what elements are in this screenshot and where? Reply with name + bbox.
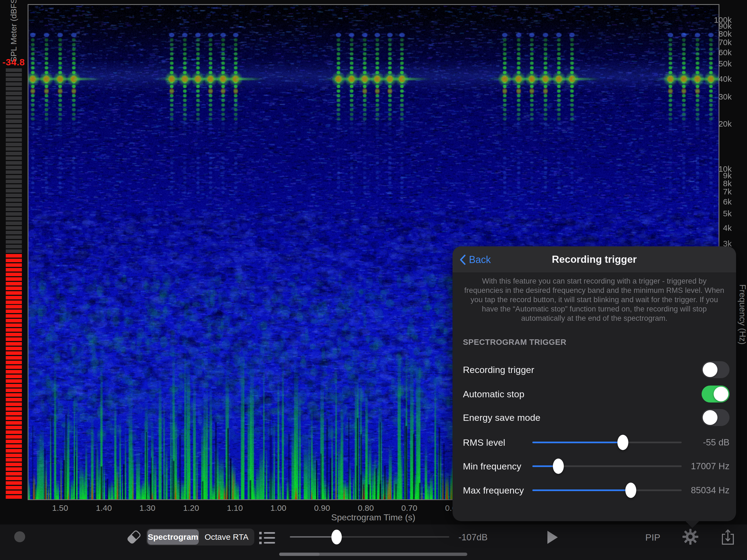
spl-meter-segment <box>6 309 22 313</box>
spl-meter-segment <box>6 388 22 392</box>
time-axis-title: Spectrogram Time (s) <box>291 512 455 523</box>
popover-header: Back Recording trigger <box>453 246 736 273</box>
tab-spectrogram[interactable]: Spectrogram <box>147 529 199 545</box>
spl-meter-segment <box>6 115 22 119</box>
spl-meter-segment <box>6 444 22 448</box>
frequency-tick-label: 9k <box>699 172 732 180</box>
max-frequency-row: Max frequency 85034 Hz <box>453 482 736 499</box>
slider-fill <box>532 489 631 491</box>
share-icon[interactable] <box>720 529 736 545</box>
recording-trigger-row: Recording trigger <box>453 361 736 378</box>
spl-meter-segment <box>6 273 22 276</box>
home-indicator-highlight <box>279 553 319 556</box>
max-frequency-slider[interactable] <box>532 489 681 491</box>
slider-knob[interactable] <box>553 459 564 474</box>
spl-meter-value: -34.8 <box>0 57 27 68</box>
eraser-icon[interactable] <box>126 529 141 545</box>
spl-meter-title: SPL Meter (dBFS) <box>9 0 20 62</box>
play-button[interactable] <box>547 531 558 544</box>
spl-meter-segment <box>6 296 22 299</box>
settings-gear-icon[interactable] <box>682 528 699 545</box>
spl-meter-segment <box>6 403 22 406</box>
energy-save-toggle[interactable] <box>702 409 729 426</box>
spl-meter-segment <box>6 175 22 179</box>
home-indicator[interactable] <box>279 553 467 556</box>
dynamic-range-slider[interactable] <box>290 536 449 538</box>
spl-meter-segment <box>6 463 22 466</box>
spl-meter-segment <box>6 421 22 425</box>
time-tick-label: 1.50 <box>44 503 77 513</box>
toggle-knob <box>703 410 718 425</box>
spl-meter-segment <box>6 384 22 387</box>
frequency-tick-label: 4k <box>699 224 732 232</box>
spl-meter-segment <box>6 161 22 164</box>
spl-meter-segment <box>6 194 22 197</box>
spl-meter-segment <box>6 477 22 480</box>
pip-button[interactable]: PIP <box>637 532 669 543</box>
slider-fill <box>290 536 337 538</box>
spl-meter-segment <box>6 249 22 253</box>
spl-meter-segment <box>6 370 22 374</box>
view-segmented-control: Spectrogram Octave RTA <box>146 529 254 545</box>
spl-meter-segment <box>6 430 22 434</box>
spl-meter-segment <box>6 231 22 234</box>
spl-meter-segment <box>6 495 22 499</box>
spl-meter-segment <box>6 78 22 81</box>
spl-meter-segment <box>6 472 22 476</box>
spl-meter-segment <box>6 412 22 415</box>
recording-trigger-toggle[interactable] <box>702 361 729 378</box>
frequency-tick-label: 6k <box>699 198 732 206</box>
rms-level-slider[interactable] <box>532 441 681 443</box>
spl-meter-segment <box>6 156 22 160</box>
automatic-stop-toggle[interactable] <box>702 385 729 403</box>
list-icon[interactable] <box>259 532 275 544</box>
spl-meter-segment <box>6 277 22 281</box>
spl-meter-segment <box>6 333 22 336</box>
rms-level-value: -55 dB <box>703 437 729 448</box>
frequency-tick-label: 80k <box>699 30 732 38</box>
spl-meter-segment <box>6 467 22 471</box>
spl-meter-segment <box>6 254 22 258</box>
spl-meter-segment <box>6 342 22 346</box>
spl-meter-segment <box>6 222 22 225</box>
spl-meter-segment <box>6 166 22 169</box>
spl-meter-segment <box>6 351 22 355</box>
spl-meter-segment <box>6 398 22 401</box>
spl-meter-segment <box>6 291 22 295</box>
spl-meter-segment <box>6 198 22 202</box>
spl-meter-segment <box>6 152 22 155</box>
slider-knob[interactable] <box>331 530 342 544</box>
record-button[interactable] <box>14 531 25 542</box>
time-tick-label: 1.00 <box>262 503 295 513</box>
slider-knob[interactable] <box>617 435 628 450</box>
spl-meter-segment <box>6 458 22 462</box>
tab-octave-rta[interactable]: Octave RTA <box>200 529 253 545</box>
spl-meter-segment <box>6 356 22 360</box>
time-tick-label: 0.90 <box>306 503 338 513</box>
frequency-tick-label: 8k <box>699 179 732 187</box>
spl-meter-segment <box>6 435 22 439</box>
frequency-tick-label: 40k <box>699 75 732 83</box>
spl-meter-segment <box>6 486 22 489</box>
frequency-tick-label: 7k <box>699 187 732 196</box>
spl-meter-segment <box>6 490 22 494</box>
frequency-tick-label: 50k <box>699 59 732 68</box>
spl-meter-segment <box>6 203 22 206</box>
spl-meter-segment <box>6 365 22 369</box>
spl-meter-segment <box>6 416 22 420</box>
spl-meter-segment <box>6 180 22 183</box>
spl-meter-segment <box>6 138 22 142</box>
spl-meter-segment <box>6 324 22 327</box>
min-frequency-slider[interactable] <box>532 465 681 467</box>
spl-meter-segment <box>6 184 22 188</box>
spl-meter-segment <box>6 245 22 248</box>
spl-meter-segment <box>6 314 22 318</box>
slider-fill <box>532 441 623 443</box>
spl-meter-segment <box>6 454 22 457</box>
spl-meter-segment <box>6 143 22 146</box>
slider-knob[interactable] <box>625 483 636 498</box>
spl-meter-segment <box>6 305 22 308</box>
spl-meter-segment <box>6 68 22 72</box>
frequency-tick-label: 5k <box>699 209 732 218</box>
section-header: SPECTROGRAM TRIGGER <box>463 338 566 347</box>
